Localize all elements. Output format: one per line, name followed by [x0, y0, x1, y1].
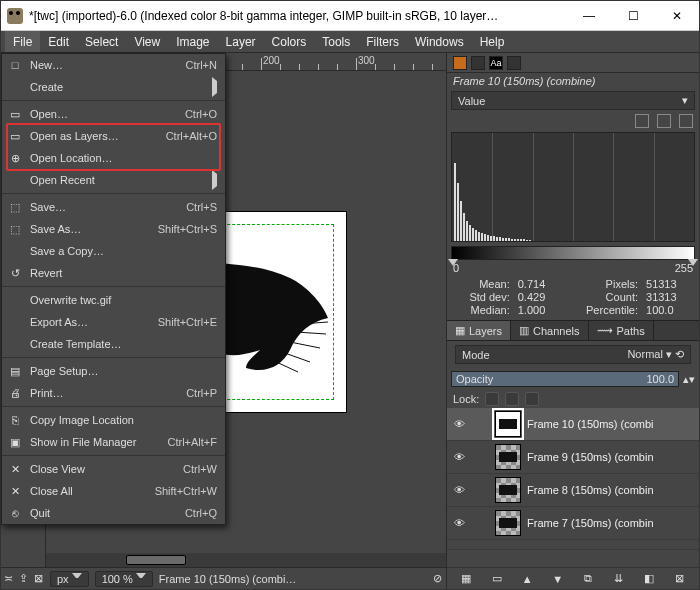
- file-open-location[interactable]: ⊕Open Location…: [2, 147, 225, 169]
- file-create[interactable]: Create: [2, 76, 225, 98]
- layer-row[interactable]: 👁Frame 10 (150ms) (combi: [447, 408, 699, 441]
- file-export-as-label: Export As…: [30, 316, 88, 328]
- file-open-recent-icon: [8, 173, 22, 187]
- status-zoom-select[interactable]: 100 %: [95, 571, 153, 587]
- layer-delete-icon[interactable]: ⊠: [673, 572, 687, 586]
- file-save-label: Save…: [30, 201, 66, 213]
- menu-tools[interactable]: Tools: [314, 31, 358, 52]
- layer-merge-icon[interactable]: ⇊: [612, 572, 626, 586]
- file-close-all[interactable]: ✕Close AllShift+Ctrl+W: [2, 480, 225, 502]
- histogram-range-slider[interactable]: [451, 246, 695, 260]
- file-save-copy[interactable]: Save a Copy…: [2, 240, 225, 262]
- file-overwrite[interactable]: Overwrite twc.gif: [2, 289, 225, 311]
- layer-dup-icon[interactable]: ⧉: [581, 572, 595, 586]
- file-save-as[interactable]: ⬚Save As…Shift+Ctrl+S: [2, 218, 225, 240]
- file-show-in-fm-icon: ▣: [8, 435, 22, 449]
- tab-label: Layers: [469, 325, 502, 337]
- menu-layer[interactable]: Layer: [218, 31, 264, 52]
- menu-edit[interactable]: Edit: [40, 31, 77, 52]
- range-handle-left[interactable]: [448, 259, 458, 266]
- layer-visibility-icon[interactable]: 👁: [451, 482, 467, 498]
- file-save[interactable]: ⬚Save…Ctrl+S: [2, 196, 225, 218]
- hist-linear-icon[interactable]: [635, 114, 649, 128]
- close-button[interactable]: ✕: [655, 1, 699, 31]
- maximize-button[interactable]: ☐: [611, 1, 655, 31]
- file-open-layers[interactable]: ▭Open as Layers…Ctrl+Alt+O: [2, 125, 225, 147]
- menu-file[interactable]: File: [5, 31, 40, 52]
- file-copy-location[interactable]: ⎘Copy Image Location: [2, 409, 225, 431]
- range-handle-right[interactable]: [688, 259, 698, 266]
- histogram-channel-select[interactable]: Value▾: [451, 91, 695, 110]
- tool-preset-icon[interactable]: [453, 56, 467, 70]
- layer-visibility-icon[interactable]: 👁: [451, 416, 467, 432]
- file-new-icon: □: [8, 58, 22, 72]
- file-export-as[interactable]: Export As…Shift+Ctrl+E: [2, 311, 225, 333]
- canvas-scrollbar-h[interactable]: [46, 553, 446, 567]
- file-revert-label: Revert: [30, 267, 62, 279]
- tab-icon: ▥: [519, 324, 529, 337]
- hist-reset-icon[interactable]: [679, 114, 693, 128]
- histogram: [451, 132, 695, 242]
- layer-row[interactable]: [447, 540, 699, 550]
- file-print[interactable]: 🖨Print…Ctrl+P: [2, 382, 225, 404]
- font-icon[interactable]: Aa: [489, 56, 503, 70]
- menu-colors[interactable]: Colors: [264, 31, 315, 52]
- layer-row[interactable]: 👁Frame 7 (150ms) (combin: [447, 507, 699, 540]
- footer-icon-2[interactable]: ⇪: [17, 572, 31, 586]
- menu-windows[interactable]: Windows: [407, 31, 472, 52]
- layer-thumbnail[interactable]: [495, 411, 521, 437]
- menu-filters[interactable]: Filters: [358, 31, 407, 52]
- menu-image[interactable]: Image: [168, 31, 217, 52]
- footer-icon-1[interactable]: ≍: [2, 572, 16, 586]
- histogram-toolbar: [447, 112, 699, 130]
- layer-thumbnail[interactable]: [495, 444, 521, 470]
- menu-help[interactable]: Help: [472, 31, 513, 52]
- layer-visibility-icon[interactable]: 👁: [451, 449, 467, 465]
- layer-thumbnail[interactable]: [495, 510, 521, 536]
- dock-tab-layers[interactable]: ▦Layers: [447, 321, 511, 340]
- footer-icon-close[interactable]: ⊠: [32, 572, 46, 586]
- layer-name: Frame 10 (150ms) (combi: [527, 418, 695, 430]
- dock-tab-channels[interactable]: ▥Channels: [511, 321, 588, 340]
- hist-log-icon[interactable]: [657, 114, 671, 128]
- menu-view[interactable]: View: [126, 31, 168, 52]
- layer-mask-icon[interactable]: ◧: [642, 572, 656, 586]
- file-close-view[interactable]: ✕Close ViewCtrl+W: [2, 458, 225, 480]
- layer-group-icon[interactable]: ▭: [490, 572, 504, 586]
- document-history-icon[interactable]: [507, 56, 521, 70]
- file-overwrite-label: Overwrite twc.gif: [30, 294, 111, 306]
- file-show-in-fm[interactable]: ▣Show in File ManagerCtrl+Alt+F: [2, 431, 225, 453]
- lock-alpha-icon[interactable]: [525, 392, 539, 406]
- layer-visibility-icon[interactable]: 👁: [451, 515, 467, 531]
- layer-name: Frame 7 (150ms) (combin: [527, 517, 695, 529]
- lock-position-icon[interactable]: [505, 392, 519, 406]
- file-page-setup[interactable]: ▤Page Setup…: [2, 360, 225, 382]
- file-revert[interactable]: ↺Revert: [2, 262, 225, 284]
- file-print-icon: 🖨: [8, 386, 22, 400]
- status-cancel-icon[interactable]: ⊘: [433, 572, 442, 585]
- menu-select[interactable]: Select: [77, 31, 126, 52]
- file-create-template[interactable]: Create Template…: [2, 333, 225, 355]
- file-save-copy-icon: [8, 244, 22, 258]
- opacity-slider[interactable]: Opacity100.0 ▴▾: [451, 370, 695, 388]
- layer-up-icon[interactable]: ▲: [520, 572, 534, 586]
- layer-thumbnail[interactable]: [495, 477, 521, 503]
- lock-pixels-icon[interactable]: [485, 392, 499, 406]
- file-new[interactable]: □New…Ctrl+N: [2, 54, 225, 76]
- minimize-button[interactable]: ―: [567, 1, 611, 31]
- file-open[interactable]: ▭Open…Ctrl+O: [2, 103, 225, 125]
- layer-row[interactable]: 👁Frame 8 (150ms) (combin: [447, 474, 699, 507]
- app-body: ≍ ⇪ ⊠ 0100200300: [1, 53, 699, 589]
- left-footer-icons: ≍ ⇪ ⊠: [1, 567, 46, 589]
- file-open-recent[interactable]: Open Recent: [2, 169, 225, 191]
- layer-down-icon[interactable]: ▼: [551, 572, 565, 586]
- layer-mode-select[interactable]: Mode Normal ▾ ⟲: [455, 345, 691, 364]
- file-quit[interactable]: ⎋QuitCtrl+Q: [2, 502, 225, 524]
- brush-icon[interactable]: [471, 56, 485, 70]
- dock-tab-paths[interactable]: ⟿Paths: [589, 321, 654, 340]
- status-unit-select[interactable]: px: [50, 571, 89, 587]
- file-close-all-shortcut: Shift+Ctrl+W: [147, 485, 217, 497]
- layer-new-icon[interactable]: ▦: [459, 572, 473, 586]
- titlebar: *[twc] (imported)-6.0 (Indexed color 8-b…: [1, 1, 699, 31]
- layer-row[interactable]: 👁Frame 9 (150ms) (combin: [447, 441, 699, 474]
